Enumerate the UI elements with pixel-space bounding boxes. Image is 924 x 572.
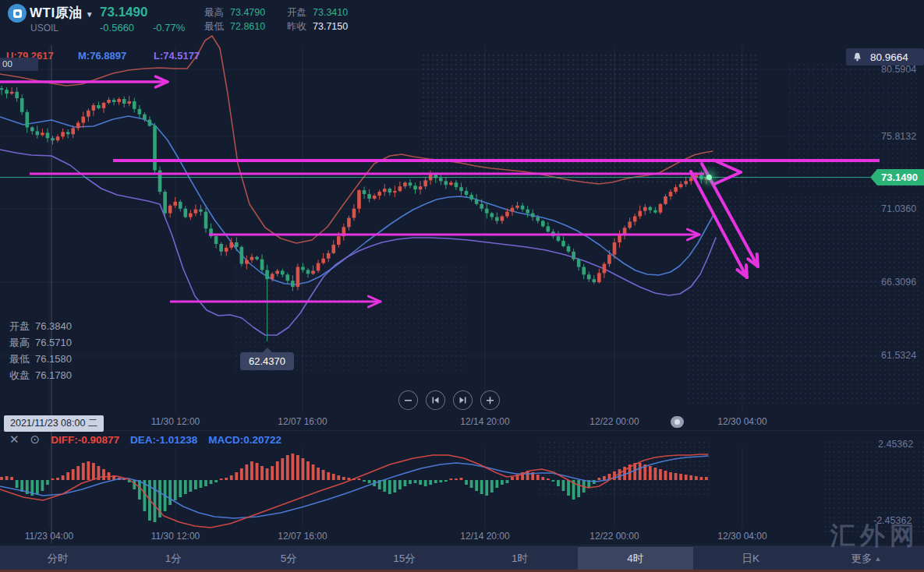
symbol-selector[interactable]: WTI原油▼ bbox=[30, 4, 94, 22]
last-price-dot bbox=[706, 175, 712, 180]
map-dots-patch bbox=[538, 440, 710, 495]
ohlc-row: 开盘76.3840 bbox=[9, 318, 72, 334]
map-dots-patch bbox=[788, 62, 920, 187]
price-axis-label: 66.3096 bbox=[881, 277, 916, 288]
ohlc-row: 收盘76.1780 bbox=[9, 367, 72, 383]
time-axis-label: 12/30 04:00 bbox=[717, 531, 766, 542]
stat-open: 开盘73.3410 bbox=[287, 6, 348, 19]
time-axis-label: 12/07 16:00 bbox=[278, 531, 327, 542]
macd-header: ✕ ⊙ DIFF:-0.90877 DEA:-1.01238 MACD:0.20… bbox=[9, 433, 281, 447]
tab-4时[interactable]: 4时 bbox=[578, 547, 693, 570]
symbol-code: USOIL bbox=[30, 23, 58, 34]
time-axis-label: 12/07 16:00 bbox=[278, 416, 327, 427]
tab-1时[interactable]: 1时 bbox=[462, 547, 578, 570]
ohlc-row: 最低76.1580 bbox=[9, 351, 72, 367]
visibility-toggle-icon[interactable] bbox=[671, 416, 684, 428]
skip-start-icon bbox=[431, 396, 440, 404]
boll-lower-value: L:74.5177 bbox=[154, 50, 200, 62]
tab-更多[interactable]: 更多▲ bbox=[809, 547, 924, 570]
price-change-pct: -0.77% bbox=[153, 22, 185, 34]
ohlc-tooltip: 开盘76.3840最高76.5710最低76.1580收盘76.1780 bbox=[9, 318, 72, 383]
minus-icon bbox=[404, 396, 412, 404]
panel-divider bbox=[0, 545, 924, 546]
symbol-name: WTI原油 bbox=[30, 5, 83, 20]
alert-price: 80.9664 bbox=[870, 51, 908, 63]
clipped-price-label: 00 bbox=[0, 58, 38, 71]
zoom-in-button[interactable] bbox=[480, 390, 500, 410]
map-dots-patch bbox=[686, 195, 920, 405]
price-axis-label: 80.5904 bbox=[881, 64, 916, 75]
macd-axis-top: 2.45362 bbox=[878, 439, 913, 450]
ohlc-row: 最高76.5710 bbox=[9, 334, 72, 351]
macd-diff-value: DIFF:-0.90877 bbox=[51, 434, 119, 446]
time-axis-label: 12/22 00:00 bbox=[589, 531, 639, 542]
boll-middle-value: M:76.8897 bbox=[78, 50, 126, 62]
app-logo-icon bbox=[8, 4, 27, 23]
time-axis-label: 12/14 20:00 bbox=[460, 416, 509, 427]
tab-1分[interactable]: 1分 bbox=[115, 547, 231, 570]
price-axis-label: 71.0360 bbox=[881, 203, 916, 214]
stat-prev-close: 昨收73.7150 bbox=[287, 20, 348, 34]
panel-divider bbox=[0, 430, 924, 431]
price-alert[interactable]: 80.9664 bbox=[846, 48, 924, 65]
plus-icon bbox=[486, 396, 494, 404]
low-price-tooltip: 62.4370 bbox=[240, 352, 294, 370]
tab-分时[interactable]: 分时 bbox=[0, 547, 115, 570]
settings-target-icon[interactable]: ⊙ bbox=[30, 433, 41, 447]
zoom-out-button[interactable] bbox=[398, 390, 418, 410]
close-icon[interactable]: ✕ bbox=[9, 433, 19, 447]
time-axis-label: 11/23 04:00 bbox=[25, 531, 74, 542]
macd-axis-bottom: -2.45362 bbox=[873, 515, 912, 526]
tooltip-notch bbox=[263, 348, 272, 352]
stat-low: 最低72.8610 bbox=[204, 20, 265, 34]
trading-app: { "header": { "symbol": "WTI原油", "dropdo… bbox=[0, 0, 924, 572]
time-axis-label: 12/30 04:00 bbox=[717, 416, 766, 427]
tab-日K[interactable]: 日K bbox=[693, 547, 809, 570]
bell-icon bbox=[852, 51, 862, 62]
last-price: 73.1490 bbox=[100, 5, 147, 20]
tab-5分[interactable]: 5分 bbox=[231, 547, 346, 570]
price-axis-label: 61.5324 bbox=[881, 350, 916, 361]
caret-up-icon: ▲ bbox=[874, 555, 881, 563]
macd-macd-value: MACD:0.20722 bbox=[208, 434, 281, 446]
price-axis-label: 75.8132 bbox=[881, 131, 916, 142]
stat-high: 最高73.4790 bbox=[204, 6, 265, 19]
macd-dea-value: DEA:-1.01238 bbox=[130, 434, 197, 446]
skip-end-icon bbox=[458, 396, 467, 404]
skip-to-start-button[interactable] bbox=[426, 390, 445, 410]
chevron-down-icon: ▼ bbox=[86, 10, 94, 19]
map-dots-patch bbox=[421, 53, 756, 185]
time-axis-label: 11/30 12:00 bbox=[151, 416, 200, 427]
time-axis-label: 11/30 12:00 bbox=[151, 531, 200, 542]
tab-15分[interactable]: 15分 bbox=[346, 547, 462, 570]
main-chart-canvas[interactable] bbox=[0, 0, 924, 572]
current-price-tag: 73.1490 bbox=[870, 169, 924, 185]
time-axis-label: 12/14 20:00 bbox=[460, 531, 509, 542]
timeframe-toolbar: 分时1分5分15分1时4时日K更多▲ bbox=[0, 546, 924, 570]
time-axis-label: 12/22 00:00 bbox=[589, 416, 639, 427]
skip-to-end-button[interactable] bbox=[453, 390, 473, 410]
price-change: -0.5660 bbox=[100, 22, 134, 34]
crosshair-time-label: 2021/11/23 08:00 二 bbox=[4, 415, 104, 432]
